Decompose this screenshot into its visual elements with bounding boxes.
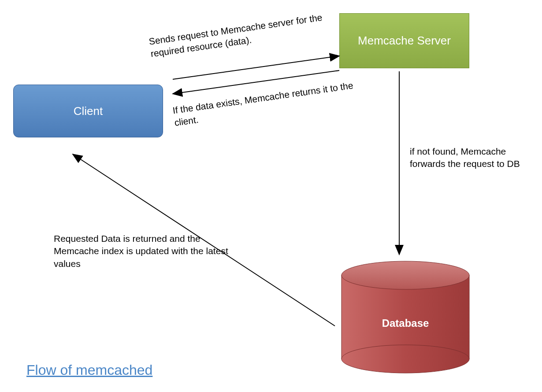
svg-point-2 [342, 261, 469, 289]
arrow-client-to-memcache [173, 56, 339, 79]
database-label: Database [339, 317, 471, 329]
label-memcache-to-db: if not found, Memcache forwards the requ… [410, 145, 542, 170]
label-memcache-to-client: If the data exists, Memcache returns it … [172, 79, 359, 129]
svg-point-1 [342, 345, 469, 373]
memcache-label: Memcache Server [358, 34, 451, 48]
memcache-server-node: Memcache Server [339, 13, 469, 68]
client-label: Client [74, 104, 103, 118]
label-client-to-memcache: Sends request to Memcache server for the… [148, 9, 344, 60]
client-node: Client [13, 85, 163, 137]
label-db-to-client: Requested Data is returned and the Memca… [54, 233, 243, 270]
diagram-title: Flow of memcached [26, 362, 152, 378]
